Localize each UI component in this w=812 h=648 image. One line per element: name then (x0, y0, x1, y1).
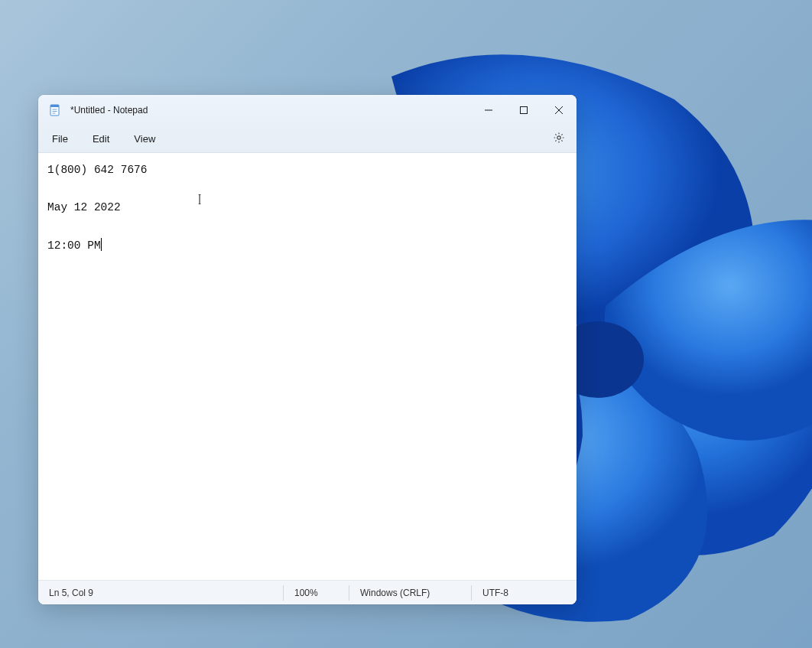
mouse-ibeam-cursor: I (198, 188, 201, 212)
text-editor[interactable]: 1(800) 642 7676 May 12 2022 12:00 PMI (38, 153, 577, 580)
settings-button[interactable] (546, 128, 572, 151)
gear-icon (553, 132, 565, 147)
menu-file[interactable]: File (43, 129, 77, 149)
status-encoding[interactable]: UTF-8 (471, 585, 577, 601)
status-position: Ln 5, Col 9 (38, 585, 283, 601)
svg-rect-2 (50, 105, 59, 107)
statusbar: Ln 5, Col 9 100% Windows (CRLF) UTF-8 (38, 580, 577, 604)
svg-rect-7 (521, 107, 528, 114)
notepad-icon (49, 104, 61, 116)
editor-line: 12:00 PM (47, 239, 101, 252)
minimize-button[interactable] (471, 95, 506, 125)
maximize-button[interactable] (506, 95, 541, 125)
svg-point-10 (557, 135, 560, 138)
window-controls (471, 95, 577, 125)
status-zoom[interactable]: 100% (283, 585, 349, 601)
editor-line: May 12 2022 (47, 201, 121, 213)
titlebar[interactable]: *Untitled - Notepad (38, 95, 577, 125)
editor-line: 1(800) 642 7676 (47, 164, 148, 176)
notepad-window: *Untitled - Notepad File Edit View (38, 95, 577, 604)
menu-view[interactable]: View (125, 129, 164, 149)
close-button[interactable] (541, 95, 577, 125)
text-caret (101, 238, 102, 251)
menu-edit[interactable]: Edit (83, 129, 119, 149)
menubar: File Edit View (38, 125, 577, 153)
status-line-ending[interactable]: Windows (CRLF) (349, 585, 471, 601)
window-title: *Untitled - Notepad (70, 105, 471, 116)
